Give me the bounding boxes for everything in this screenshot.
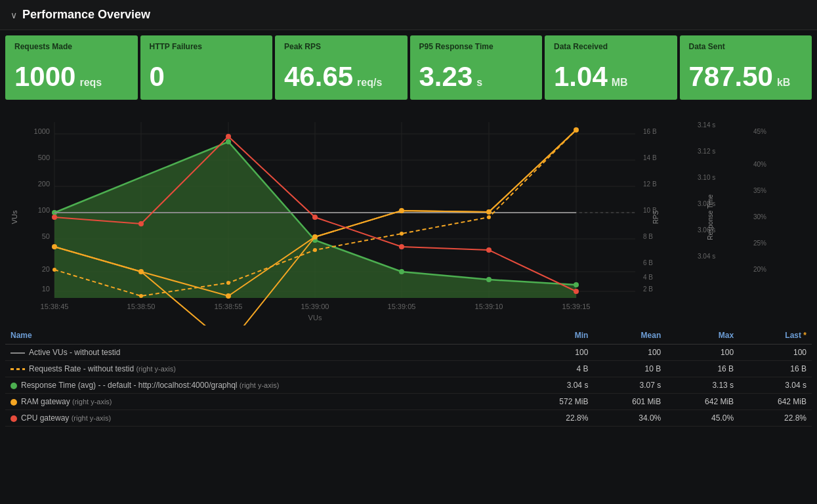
svg-text:16 B: 16 B <box>643 128 657 135</box>
card-unit-5: kB <box>777 77 790 89</box>
card-value-row-4: 1.04 MB <box>554 63 668 91</box>
legend-col-last: Last * <box>739 327 812 345</box>
chart-section: 1000 500 200 100 50 20 10 VUs 15:38:45 1… <box>0 104 817 427</box>
metric-card-4: Data Received 1.04 MB <box>545 35 677 100</box>
legend-row-name: CPU gateway (right y-axis) <box>5 410 521 427</box>
card-unit-2: req/s <box>357 77 382 89</box>
metric-card-0: Requests Made 1000 reqs <box>5 35 138 100</box>
svg-text:10: 10 <box>42 285 50 293</box>
legend-row-max: 642 MiB <box>666 394 739 410</box>
card-unit-3: s <box>476 77 482 89</box>
legend-row-min: 100 <box>521 345 594 361</box>
legend-row-mean: 34.0% <box>593 410 666 427</box>
svg-point-50 <box>400 232 404 236</box>
svg-text:50: 50 <box>42 232 50 240</box>
legend-row-last: 100 <box>739 345 812 361</box>
svg-point-58 <box>486 247 492 253</box>
legend-row-mean: 100 <box>593 345 666 361</box>
legend-row-max: 16 B <box>666 361 739 377</box>
card-value-4: 1.04 <box>554 63 608 91</box>
legend-row-mean: 10 B <box>593 361 666 377</box>
svg-point-41 <box>226 293 231 299</box>
chevron-icon: ∨ <box>10 10 17 20</box>
legend-row-last: 16 B <box>739 361 812 377</box>
legend-row: Requests Rate - without testid (right y-… <box>5 361 812 377</box>
svg-text:RPS: RPS <box>652 210 660 224</box>
svg-text:15:38:55: 15:38:55 <box>215 303 243 310</box>
legend-row-last: 3.04 s <box>739 377 812 394</box>
svg-text:30%: 30% <box>753 213 766 220</box>
legend-row: CPU gateway (right y-axis) 22.8% 34.0% 4… <box>5 410 812 427</box>
legend-row-min: 3.04 s <box>521 377 594 394</box>
card-label-2: Peak RPS <box>284 42 398 51</box>
svg-point-36 <box>486 277 492 282</box>
legend-table: Name Min Mean Max Last * Active VUs - wi… <box>5 327 812 427</box>
svg-text:VUs: VUs <box>308 314 322 322</box>
svg-point-51 <box>487 215 491 219</box>
card-value-0: 1000 <box>14 63 75 91</box>
legend-row: Response Time (avg) - - default - http:/… <box>5 377 812 394</box>
svg-point-48 <box>226 281 230 285</box>
svg-text:12 B: 12 B <box>643 180 657 188</box>
card-value-row-5: 787.50 kB <box>689 63 803 91</box>
card-value-3: 3.23 <box>419 63 473 91</box>
svg-point-46 <box>52 268 56 272</box>
legend-row-max: 45.0% <box>666 410 739 427</box>
legend-col-name: Name <box>5 327 521 345</box>
legend-row-min: 4 B <box>521 361 594 377</box>
svg-text:500: 500 <box>38 154 50 161</box>
legend-row-max: 100 <box>666 345 739 361</box>
legend-col-max: Max <box>666 327 739 345</box>
main-chart-svg: 1000 500 200 100 50 20 10 VUs 15:38:45 1… <box>5 109 812 326</box>
svg-text:20%: 20% <box>753 266 766 273</box>
legend-row: RAM gateway (right y-axis) 572 MiB 601 M… <box>5 394 812 410</box>
svg-text:4 B: 4 B <box>643 274 653 281</box>
svg-text:1000: 1000 <box>34 127 50 135</box>
card-unit-4: MB <box>612 77 628 89</box>
legend-row-name: Requests Rate - without testid (right y-… <box>5 361 521 377</box>
chart-container: 1000 500 200 100 50 20 10 VUs 15:38:45 1… <box>5 109 812 326</box>
svg-text:2 B: 2 B <box>643 285 653 293</box>
metric-card-3: P95 Response Time 3.23 s <box>410 35 543 100</box>
svg-text:40%: 40% <box>753 161 766 168</box>
svg-point-53 <box>52 215 57 220</box>
svg-text:100: 100 <box>38 206 50 214</box>
svg-point-49 <box>313 248 317 252</box>
metric-card-1: HTTP Failures 0 <box>140 35 273 100</box>
svg-point-39 <box>52 244 57 249</box>
svg-point-33 <box>226 139 231 144</box>
svg-point-59 <box>574 289 579 294</box>
legend-row-mean: 3.07 s <box>593 377 666 394</box>
card-value-row-1: 0 <box>150 63 264 91</box>
legend-row-name: Response Time (avg) - - default - http:/… <box>5 377 521 394</box>
svg-text:14 B: 14 B <box>643 154 657 161</box>
svg-text:45%: 45% <box>753 128 766 135</box>
legend-row-min: 22.8% <box>521 410 594 427</box>
svg-text:3.12 s: 3.12 s <box>698 148 715 155</box>
card-value-row-2: 46.65 req/s <box>284 63 398 91</box>
svg-text:3.04 s: 3.04 s <box>698 253 715 260</box>
card-value-5: 787.50 <box>689 63 773 91</box>
legend-col-min: Min <box>521 327 594 345</box>
card-label-4: Data Received <box>554 42 668 51</box>
legend-row-name: Active VUs - without testid <box>5 345 521 361</box>
legend-row-last: 642 MiB <box>739 394 812 410</box>
svg-text:15:39:00: 15:39:00 <box>301 303 329 310</box>
svg-point-37 <box>574 282 579 287</box>
svg-text:25%: 25% <box>753 240 766 247</box>
card-value-row-3: 3.23 s <box>419 63 534 91</box>
svg-point-43 <box>399 208 404 213</box>
legend-row-mean: 601 MiB <box>593 394 666 410</box>
legend-row-name: RAM gateway (right y-axis) <box>5 394 521 410</box>
svg-point-54 <box>138 221 144 226</box>
card-value-row-0: 1000 reqs <box>14 63 129 91</box>
svg-text:35%: 35% <box>753 187 766 194</box>
card-value-2: 46.65 <box>284 63 353 91</box>
page-title: Performance Overview <box>22 8 150 22</box>
legend-row-min: 572 MiB <box>521 394 594 410</box>
svg-text:Response Time: Response Time <box>707 194 714 240</box>
svg-text:20: 20 <box>42 265 50 273</box>
svg-point-52 <box>574 128 578 132</box>
svg-text:3.10 s: 3.10 s <box>698 174 715 181</box>
svg-point-44 <box>486 209 492 215</box>
